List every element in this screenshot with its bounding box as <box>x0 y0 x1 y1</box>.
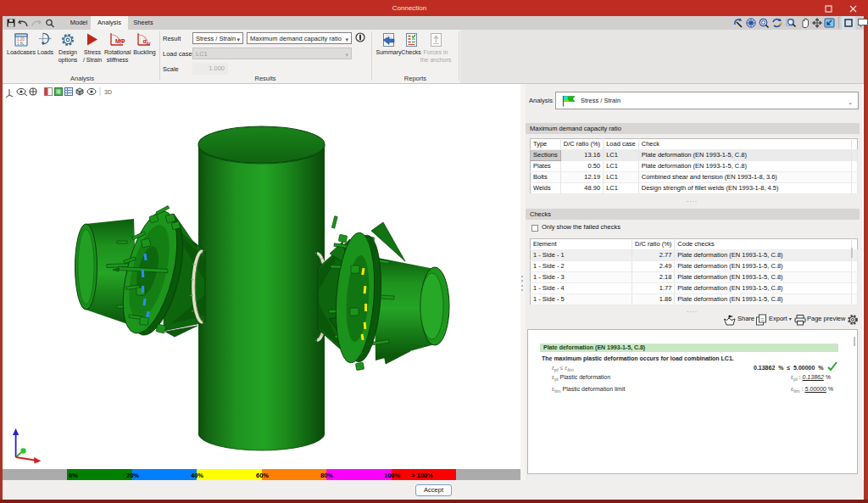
svg-text:3D: 3D <box>104 89 112 95</box>
svg-text:cr: cr <box>147 41 151 46</box>
svg-text:MΦ: MΦ <box>115 38 125 44</box>
svg-text:1.6L: 1.6L <box>17 41 25 45</box>
